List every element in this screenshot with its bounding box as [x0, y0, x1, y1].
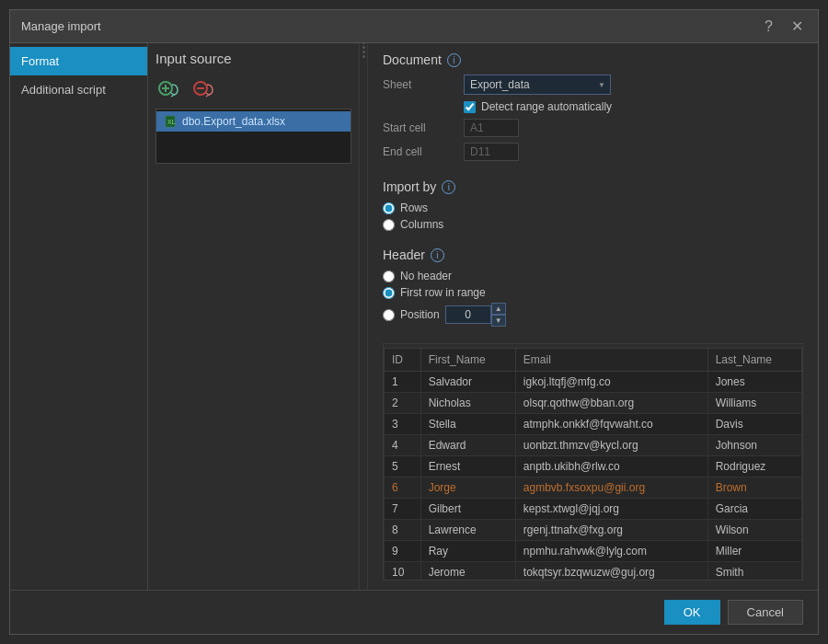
header-section: Header i No header First row in range Po…	[383, 247, 803, 330]
dialog-body: Format Additional script Input source	[10, 43, 818, 590]
position-increment-button[interactable]: ▲	[491, 303, 506, 315]
columns-radio-row: Columns	[383, 218, 803, 231]
position-input[interactable]	[445, 305, 491, 324]
table-row: 1Salvadorigkoj.ltqfj@mfg.coJones	[385, 372, 802, 393]
table-cell: Lawrence	[420, 520, 515, 541]
content-row: Input source	[148, 43, 818, 590]
table-row: 9Raynpmhu.rahvwk@lylg.comMiller	[385, 541, 802, 562]
input-source-title: Input source	[155, 51, 351, 66]
table-cell: Garcia	[707, 499, 801, 520]
col-header-id: ID	[385, 349, 421, 372]
columns-radio[interactable]	[383, 219, 395, 231]
sheet-select-wrapper: Export_data	[464, 75, 611, 95]
table-cell: anptb.ukibh@rlw.co	[515, 456, 707, 477]
file-name: dbo.Export_data.xlsx	[182, 115, 285, 128]
table-row: 4Edwarduonbzt.thmzv@kycl.orgJohnson	[385, 435, 802, 456]
table-cell: Miller	[707, 541, 801, 562]
start-cell-input[interactable]	[464, 119, 519, 137]
table-cell: Davis	[707, 414, 801, 435]
table-row: 5Ernestanptb.ukibh@rlw.coRodriguez	[385, 456, 802, 477]
excel-file-icon: XL	[164, 115, 177, 128]
position-input-wrapper: ▲ ▼	[445, 303, 506, 327]
sidebar-item-format[interactable]: Format	[10, 47, 147, 75]
table-cell: Wilson	[707, 520, 801, 541]
file-item[interactable]: XL dbo.Export_data.xlsx	[156, 111, 351, 132]
table-cell: 4	[385, 435, 421, 456]
add-file-button[interactable]	[155, 75, 185, 101]
right-panel: Document i Sheet Export_data	[367, 43, 818, 590]
table-cell: Nicholas	[420, 393, 515, 414]
table-cell: rgenj.ttnafx@fxg.org	[515, 520, 707, 541]
cancel-button[interactable]: Cancel	[728, 600, 803, 625]
sidebar: Format Additional script	[10, 43, 148, 590]
table-cell: 10	[385, 562, 421, 581]
rows-radio[interactable]	[383, 202, 395, 214]
table-cell: Jones	[707, 372, 801, 393]
dialog-footer: OK Cancel	[10, 590, 818, 634]
table-cell: atmphk.onkkf@fqvwaht.co	[515, 414, 707, 435]
position-spin-buttons: ▲ ▼	[491, 303, 506, 327]
no-header-radio[interactable]	[383, 270, 395, 282]
start-cell-row: Start cell	[383, 119, 803, 137]
table-cell: Williams	[707, 393, 801, 414]
table-row: 7Gilbertkepst.xtwgl@jqj.orgGarcia	[385, 499, 802, 520]
table-cell: 8	[385, 520, 421, 541]
detect-range-checkbox[interactable]	[464, 101, 476, 113]
dialog-title: Manage import	[21, 19, 101, 33]
header-info-icon[interactable]: i	[431, 248, 444, 262]
table-row: 8Lawrencergenj.ttnafx@fxg.orgWilson	[385, 520, 802, 541]
table-cell: 9	[385, 541, 421, 562]
sidebar-item-additional-script[interactable]: Additional script	[10, 75, 147, 104]
data-table: ID First_Name Email Last_Name 1Salvadori…	[384, 348, 802, 581]
import-by-info-icon[interactable]: i	[442, 180, 455, 194]
header-section-title: Header i	[383, 247, 803, 262]
first-row-radio-row: First row in range	[383, 286, 803, 299]
table-cell: agmbvb.fxsoxpu@gii.org	[515, 477, 707, 499]
title-bar: Manage import ? ✕	[10, 10, 818, 43]
table-cell: kepst.xtwgl@jqj.org	[515, 499, 707, 520]
title-bar-left: Manage import	[21, 19, 101, 33]
col-header-firstname: First_Name	[420, 349, 515, 372]
remove-file-button[interactable]	[190, 75, 220, 101]
table-cell: Smith	[707, 562, 801, 581]
end-cell-label: End cell	[383, 145, 456, 158]
position-decrement-button[interactable]: ▼	[491, 315, 506, 327]
first-row-radio[interactable]	[383, 287, 395, 299]
start-cell-label: Start cell	[383, 121, 456, 134]
end-cell-input[interactable]	[464, 143, 519, 161]
table-cell: Ernest	[420, 456, 515, 477]
table-cell: uonbzt.thmzv@kycl.org	[515, 435, 707, 456]
detect-range-label: Detect range automatically	[481, 100, 612, 113]
col-header-email: Email	[515, 349, 707, 372]
position-radio[interactable]	[383, 309, 395, 321]
table-cell: 1	[385, 372, 421, 393]
table-cell: Jerome	[420, 562, 515, 581]
sheet-row: Sheet Export_data	[383, 75, 803, 95]
table-cell: Jorge	[420, 477, 515, 499]
table-cell: 7	[385, 499, 421, 520]
help-button[interactable]: ?	[761, 17, 776, 36]
table-cell: 3	[385, 414, 421, 435]
table-cell: Gilbert	[420, 499, 515, 520]
resize-handle[interactable]	[360, 43, 367, 51]
table-row: 6Jorgeagmbvb.fxsoxpu@gii.orgBrown	[385, 477, 802, 499]
close-button[interactable]: ✕	[788, 17, 807, 36]
table-row: 10Jerometokqtsyr.bzqwuzw@guj.orgSmith	[385, 562, 802, 581]
table-cell: 5	[385, 456, 421, 477]
table-row: 3Stellaatmphk.onkkf@fqvwaht.coDavis	[385, 414, 802, 435]
svg-text:XL: XL	[167, 119, 176, 125]
detect-range-row: Detect range automatically	[383, 100, 803, 113]
sheet-select[interactable]: Export_data	[464, 75, 611, 95]
end-cell-row: End cell	[383, 143, 803, 161]
table-cell: Salvador	[420, 372, 515, 393]
table-cell: npmhu.rahvwk@lylg.com	[515, 541, 707, 562]
document-section-title: Document i	[383, 52, 803, 67]
rows-label: Rows	[400, 201, 428, 214]
document-info-icon[interactable]: i	[447, 53, 461, 67]
table-cell: Rodriguez	[707, 456, 801, 477]
left-panel: Input source	[148, 43, 360, 590]
col-header-lastname: Last_Name	[707, 349, 801, 372]
position-radio-row: Position ▲ ▼	[383, 303, 803, 327]
manage-import-dialog: Manage import ? ✕ Format Additional scri…	[9, 9, 819, 635]
ok-button[interactable]: OK	[664, 600, 720, 625]
